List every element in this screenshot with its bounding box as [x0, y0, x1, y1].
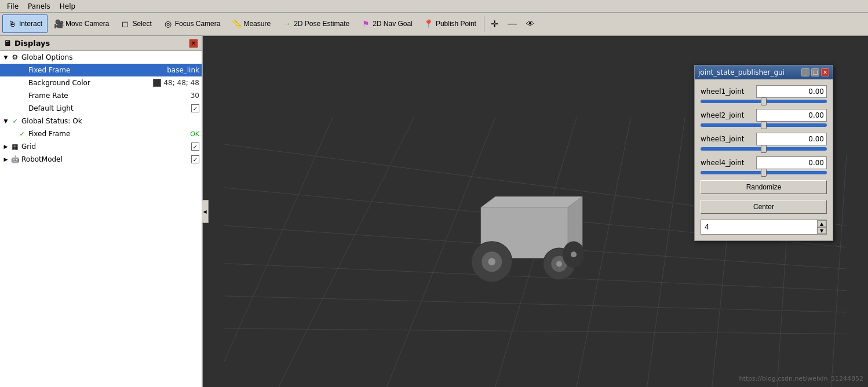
randomize-button[interactable]: Randomize [701, 180, 827, 194]
svg-point-23 [556, 261, 562, 267]
svg-line-4 [224, 296, 847, 312]
publish-point-label: Publish Point [436, 20, 476, 28]
jsp-spinbox[interactable]: 4 ▲ ▼ [701, 220, 827, 235]
spinbox-down-button[interactable]: ▼ [817, 227, 826, 234]
tree-robot-model[interactable]: ▶ 🤖 RobotModel ✓ [0, 153, 202, 166]
jsp-content: wheel1_joint 0.00 wheel2_joint 0.00 [695, 79, 833, 240]
robot-check[interactable]: ✓ [191, 155, 199, 163]
spinbox-up-button[interactable]: ▲ [817, 220, 826, 227]
joint-slider-wheel3[interactable] [701, 147, 827, 151]
global-options-icon: ⚙ [10, 53, 20, 62]
2d-pose-label: 2D Pose Estimate [294, 20, 349, 28]
expand-default-light-icon [9, 105, 16, 112]
svg-line-7 [279, 117, 414, 387]
joint-value-wheel3[interactable]: 0.00 [756, 133, 827, 145]
jsp-maximize-button[interactable]: □ [811, 68, 819, 76]
center-button[interactable]: Center [701, 200, 827, 214]
interact-icon: 🖱 [8, 19, 17, 28]
joint-thumb-wheel4[interactable] [761, 169, 767, 177]
joint-slider-wheel1[interactable] [701, 100, 827, 103]
jsp-win-buttons: _ □ ✕ [801, 68, 829, 76]
tree-global-options[interactable]: ▼ ⚙ Global Options [0, 51, 202, 64]
publish-point-button[interactable]: 📍 Publish Point [419, 14, 482, 33]
jsp-close-button[interactable]: ✕ [821, 68, 829, 76]
focus-camera-label: Focus Camera [175, 20, 221, 28]
bg-color-label: Background Color [28, 79, 149, 87]
global-options-label: Global Options [21, 53, 199, 61]
measure-label: Measure [243, 20, 271, 28]
joint-name-wheel3: wheel3_joint [701, 135, 753, 143]
joint-slider-wheel2[interactable] [701, 123, 827, 127]
color-swatch [153, 79, 161, 87]
sidebar-title: 🖥 Displays [3, 39, 50, 48]
2d-nav-button[interactable]: ⚑ 2D Nav Goal [356, 14, 418, 33]
sidebar-close-button[interactable]: ✕ [189, 39, 198, 48]
global-status-icon: ✓ [10, 116, 20, 126]
select-button[interactable]: ◻ Select [115, 14, 156, 33]
sidebar-collapse-button[interactable]: ◀ [202, 200, 209, 223]
robot-model-label: RobotModel [21, 155, 188, 163]
tree-global-status[interactable]: ▼ ✓ Global Status: Ok [0, 115, 202, 127]
grid-icon: ▦ [10, 142, 20, 151]
tree-frame-rate[interactable]: Frame Rate 30 [0, 89, 202, 102]
tree-fixed-frame[interactable]: Fixed Frame base_link [0, 64, 202, 76]
toolbar-sep1 [484, 16, 484, 32]
grid-label: Grid [21, 143, 188, 151]
joint-value-wheel1[interactable]: 0.00 [756, 85, 827, 98]
toolbar-extra-3[interactable]: 👁 [522, 14, 538, 33]
focus-camera-button[interactable]: ◎ Focus Camera [158, 14, 226, 33]
joint-row-wheel1: wheel1_joint 0.00 [701, 85, 827, 103]
select-icon: ◻ [121, 19, 130, 28]
move-camera-label: Move Camera [65, 20, 109, 28]
bg-color-icon [17, 78, 27, 87]
menu-bar: File Panels Help [0, 0, 868, 13]
interact-button[interactable]: 🖱 Interact [2, 14, 48, 33]
frame-rate-icon [17, 91, 27, 100]
default-light-icon [17, 104, 27, 113]
watermark: https://blog.csdn.net/weixin_51244852 [739, 375, 863, 382]
svg-point-20 [488, 258, 496, 266]
grid-check[interactable]: ✓ [191, 143, 199, 151]
toolbar-extra-2[interactable]: — [504, 14, 521, 33]
default-light-checkbox[interactable]: ✓ [191, 104, 199, 112]
svg-line-5 [224, 328, 847, 334]
joint-thumb-wheel1[interactable] [761, 97, 767, 105]
joint-slider-wheel4[interactable] [701, 171, 827, 174]
toolbar-extra-1[interactable]: ✛ [487, 14, 502, 33]
measure-icon: 📏 [232, 19, 241, 28]
robot-model-icon: 🤖 [10, 155, 20, 164]
menu-file[interactable]: File [2, 1, 23, 12]
joint-header-wheel2: wheel2_joint 0.00 [701, 109, 827, 122]
2d-pose-button[interactable]: → 2D Pose Estimate [277, 14, 355, 33]
menu-panels[interactable]: Panels [23, 1, 55, 12]
jsp-window: joint_state_publisher_gui _ □ ✕ wheel1_j… [694, 65, 833, 241]
3d-viewport[interactable]: joint_state_publisher_gui _ □ ✕ wheel1_j… [203, 36, 868, 387]
svg-marker-15 [481, 196, 582, 207]
measure-button[interactable]: 📏 Measure [227, 14, 276, 33]
jsp-minimize-button[interactable]: _ [801, 68, 809, 76]
tree-fixed-frame-status[interactable]: ✓ Fixed Frame OK [0, 127, 202, 140]
svg-line-11 [647, 117, 685, 387]
tree-default-light[interactable]: Default Light ✓ [0, 102, 202, 115]
ff-status-icon: ✓ [17, 129, 27, 138]
displays-label: Displays [14, 39, 50, 48]
menu-help[interactable]: Help [55, 1, 80, 12]
joint-name-wheel4: wheel4_joint [701, 159, 753, 167]
tree-background-color[interactable]: Background Color 48; 48; 48 [0, 76, 202, 89]
ff-status-label: Fixed Frame [28, 130, 187, 138]
select-label: Select [132, 20, 151, 28]
joint-value-wheel2[interactable]: 0.00 [756, 109, 827, 122]
frame-rate-value: 30 [191, 92, 199, 100]
joint-value-wheel4[interactable]: 0.00 [756, 156, 827, 169]
move-camera-button[interactable]: 🎥 Move Camera [49, 14, 114, 33]
robot-model-checkbox: ✓ [191, 155, 199, 163]
expand-fixed-frame-icon [9, 67, 16, 74]
joint-name-wheel1: wheel1_joint [701, 87, 753, 96]
joint-thumb-wheel2[interactable] [761, 121, 767, 129]
expand-global-status-icon: ▼ [2, 118, 9, 125]
grid-checkbox: ✓ [191, 143, 199, 151]
joint-thumb-wheel3[interactable] [761, 145, 767, 153]
bg-color-value: 48; 48; 48 [153, 79, 199, 87]
joint-header-wheel3: wheel3_joint 0.00 [701, 133, 827, 145]
tree-grid[interactable]: ▶ ▦ Grid ✓ [0, 140, 202, 153]
